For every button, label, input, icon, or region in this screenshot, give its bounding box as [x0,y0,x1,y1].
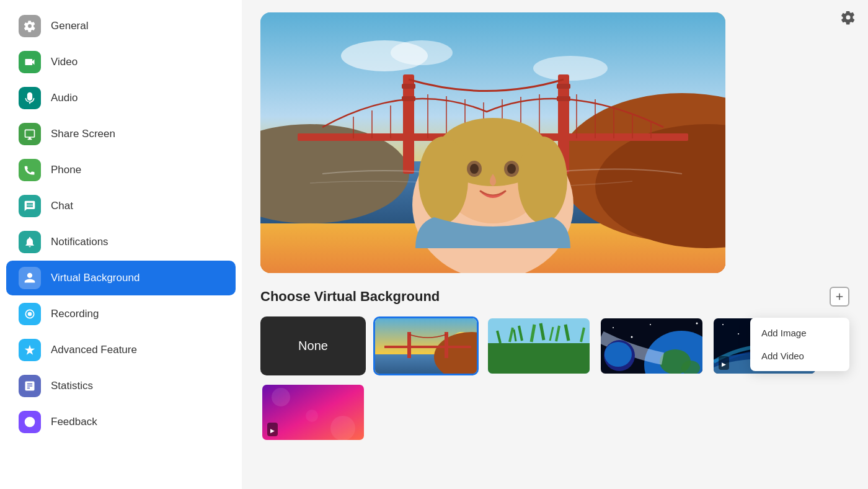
sidebar-label-phone: Phone [51,164,81,176]
sidebar-label-video: Video [51,56,78,68]
sidebar-item-audio[interactable]: Audio [6,81,236,115]
sidebar-item-feedback[interactable]: Feedback [6,405,236,439]
add-background-dropdown: Add Image Add Video [750,318,849,371]
bridge-svg [260,12,725,273]
svg-point-76 [604,342,632,367]
svg-point-67 [650,324,651,325]
sidebar-label-recording: Recording [51,308,99,320]
video-preview [260,12,725,273]
svg-point-4 [30,420,32,422]
svg-rect-53 [488,343,591,375]
svg-rect-50 [445,332,448,358]
sidebar-item-statistics[interactable]: Statistics [6,369,236,403]
sidebar-label-general: General [51,20,88,32]
sidebar-label-notifications: Notifications [51,236,108,248]
chat-icon [19,195,41,217]
vb-header: Choose Virtual Background Add Image Add … [260,287,849,307]
thumbnail-grass[interactable] [486,316,591,375]
svg-point-89 [306,410,318,422]
svg-point-40 [518,137,567,223]
add-image-option[interactable]: Add Image [750,321,849,344]
sidebar-label-virtual-background: Virtual Background [51,272,140,284]
sidebar-label-advanced-feature: Advanced Feature [51,344,137,356]
sidebar-item-recording[interactable]: Recording [6,297,236,331]
virtual-background-icon [19,267,41,289]
video-icon [19,51,41,73]
thumbnail-none-label: None [298,339,328,353]
advanced-feature-icon [19,339,41,361]
svg-point-43 [470,164,479,174]
feedback-icon [19,411,41,433]
statistics-icon [19,375,41,397]
sidebar-item-general[interactable]: General [6,9,236,43]
svg-point-39 [418,137,468,223]
vb-section-title: Choose Virtual Background [260,289,440,305]
sidebar-item-chat[interactable]: Chat [6,189,236,223]
sidebar-label-statistics: Statistics [51,380,93,392]
thumbnail-purple[interactable] [260,383,366,442]
video-indicator-purple [267,423,278,436]
thumbnail-golden-gate[interactable] [373,316,479,375]
svg-point-44 [507,164,516,174]
svg-point-78 [722,324,724,325]
main-content: Choose Virtual Background Add Image Add … [242,0,868,489]
recording-icon [19,303,41,325]
svg-point-88 [330,416,355,441]
sidebar-item-notifications[interactable]: Notifications [6,225,236,259]
svg-point-1 [28,312,32,316]
notifications-icon [19,231,41,253]
settings-gear-button[interactable] [841,10,856,29]
sidebar-item-phone[interactable]: Phone [6,153,236,187]
svg-point-65 [613,327,614,328]
svg-rect-14 [403,74,414,174]
svg-rect-49 [407,332,411,358]
audio-icon [19,87,41,109]
svg-point-66 [631,336,633,338]
svg-rect-18 [557,84,570,89]
svg-rect-16 [402,84,415,89]
svg-point-9 [533,56,608,81]
share-screen-icon [19,123,41,145]
thumbnail-space[interactable] [599,316,704,375]
svg-point-3 [27,420,29,422]
video-indicator-earth [719,356,729,370]
sidebar: General Video Audio Share Screen [0,0,242,489]
svg-point-2 [25,417,35,428]
sidebar-label-feedback: Feedback [51,416,97,428]
svg-point-8 [391,40,453,65]
svg-point-74 [681,361,700,375]
sidebar-item-advanced-feature[interactable]: Advanced Feature [6,333,236,367]
sidebar-item-virtual-background[interactable]: Virtual Background [6,261,236,295]
add-background-button[interactable] [830,287,849,307]
sidebar-label-audio: Audio [51,92,78,104]
svg-point-79 [738,333,739,334]
svg-point-87 [272,388,290,406]
sidebar-item-video[interactable]: Video [6,45,236,79]
svg-point-69 [696,323,698,325]
add-video-option[interactable]: Add Video [750,344,849,367]
svg-rect-51 [384,346,471,348]
sidebar-label-share-screen: Share Screen [51,128,115,140]
sidebar-label-chat: Chat [51,200,73,212]
phone-icon [19,159,41,181]
thumbnail-none[interactable]: None [260,316,366,375]
general-icon [19,15,41,37]
sidebar-item-share-screen[interactable]: Share Screen [6,117,236,151]
